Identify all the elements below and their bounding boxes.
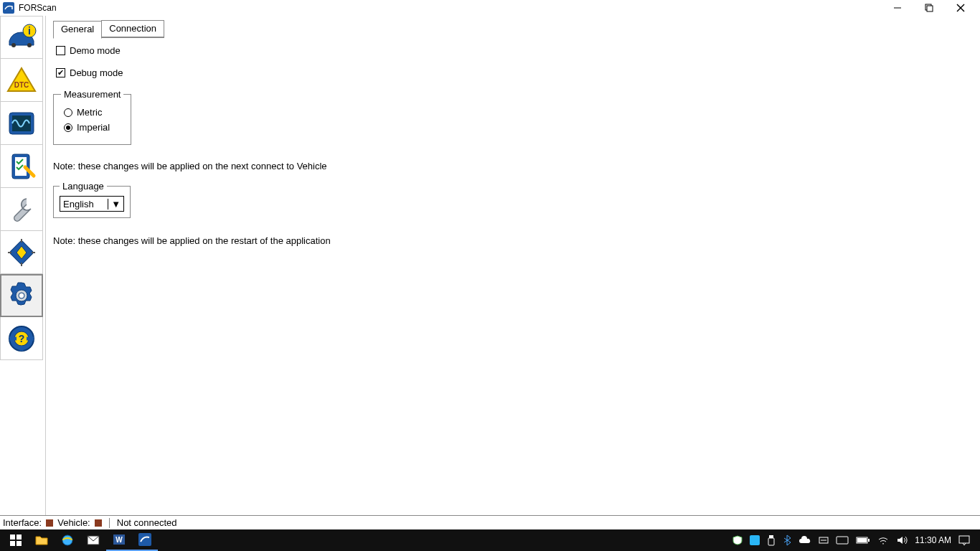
tray-volume-icon[interactable] <box>896 535 908 545</box>
ie-icon <box>61 534 74 547</box>
folder-icon <box>35 534 48 546</box>
close-button[interactable] <box>950 0 971 16</box>
svg-rect-41 <box>857 538 867 542</box>
radio-imperial-row[interactable]: Imperial <box>64 122 123 133</box>
sidebar: i DTC <box>0 16 46 515</box>
svg-point-28 <box>62 535 72 545</box>
svg-text:?: ? <box>19 333 25 344</box>
option-debug-mode[interactable]: ✔ Debug mode <box>56 67 973 78</box>
tray-battery-icon[interactable] <box>856 536 870 545</box>
tray-onedrive-icon[interactable] <box>798 536 811 545</box>
language-fieldset: Language English ▼ <box>53 186 131 218</box>
checkbox-demo[interactable] <box>56 46 65 55</box>
tray-bluetooth-icon[interactable] <box>783 534 791 546</box>
tray-usb-icon[interactable] <box>767 534 776 546</box>
sidebar-item-dtc[interactable]: DTC <box>0 59 43 102</box>
system-tray: 11:30 AM <box>732 534 977 546</box>
svg-rect-33 <box>750 535 760 545</box>
svg-rect-34 <box>769 535 773 538</box>
measurement-fieldset: Measurement Metric Imperial <box>53 94 131 145</box>
word-icon: W <box>113 533 126 546</box>
sidebar-item-tests[interactable] <box>0 145 43 188</box>
svg-rect-42 <box>959 536 969 543</box>
svg-rect-40 <box>868 539 870 542</box>
app-icon <box>3 2 14 14</box>
radio-imperial[interactable] <box>64 123 72 132</box>
start-button[interactable] <box>3 529 29 551</box>
tray-network-icon[interactable] <box>819 535 829 545</box>
note-connect: Note: these changes will be applied on t… <box>53 161 973 171</box>
language-legend: Language <box>60 181 107 192</box>
note-restart: Note: these changes will be applied on t… <box>53 235 973 246</box>
window-controls <box>887 0 977 16</box>
chip-icon <box>5 236 38 269</box>
steering-help-icon: ? <box>5 322 38 355</box>
taskbar-forscan[interactable] <box>132 529 158 551</box>
radio-metric-row[interactable]: Metric <box>64 107 123 118</box>
measurement-legend: Measurement <box>61 89 123 100</box>
metric-label: Metric <box>77 107 102 118</box>
tray-action-center-icon[interactable] <box>958 535 970 545</box>
interface-indicator-icon <box>46 519 53 527</box>
svg-rect-27 <box>17 541 22 546</box>
work-area: i DTC <box>0 16 980 515</box>
minimize-button[interactable] <box>887 0 908 16</box>
svg-text:DTC: DTC <box>14 81 29 89</box>
tab-connection[interactable]: Connection <box>101 20 164 38</box>
sidebar-item-chip[interactable] <box>0 231 43 274</box>
forscan-taskbar-icon <box>138 533 151 546</box>
tray-clock[interactable]: 11:30 AM <box>915 535 951 545</box>
sidebar-item-settings[interactable] <box>0 274 43 317</box>
sidebar-item-help[interactable]: ? <box>0 317 43 360</box>
taskbar-file-explorer[interactable] <box>29 529 55 551</box>
windows-icon <box>10 534 22 546</box>
content-pane: General Connection Demo mode ✔ Debug mod… <box>46 16 980 515</box>
status-connection: Not connected <box>117 517 177 528</box>
language-select[interactable]: English ▼ <box>60 196 124 212</box>
option-demo-mode[interactable]: Demo mode <box>56 45 973 56</box>
sidebar-item-live-data[interactable] <box>0 102 43 145</box>
svg-point-6 <box>27 43 32 47</box>
dtc-warning-icon: DTC <box>5 64 38 97</box>
gear-icon <box>5 279 38 312</box>
language-value: English <box>63 199 94 209</box>
sidebar-item-service[interactable] <box>0 188 43 231</box>
checkbox-debug[interactable]: ✔ <box>56 68 65 77</box>
taskbar-word[interactable]: W <box>106 529 132 551</box>
svg-point-5 <box>11 43 16 47</box>
maximize-button[interactable] <box>918 0 940 16</box>
mail-icon <box>87 535 100 545</box>
svg-rect-35 <box>768 538 774 545</box>
clipboard-check-icon <box>5 150 38 183</box>
tray-wifi-icon[interactable] <box>877 535 889 545</box>
tray-shield-icon[interactable] <box>732 535 743 545</box>
status-vehicle-label: Vehicle: <box>57 517 90 528</box>
title-bar: FORScan <box>0 0 980 16</box>
svg-rect-38 <box>837 537 848 544</box>
vehicle-indicator-icon <box>95 519 102 527</box>
oscilloscope-icon <box>5 107 38 140</box>
taskbar-mail[interactable] <box>80 529 106 551</box>
svg-rect-11 <box>12 116 31 131</box>
imperial-label: Imperial <box>77 122 110 133</box>
demo-mode-label: Demo mode <box>70 45 121 56</box>
tray-app-icon[interactable] <box>750 535 760 545</box>
windows-taskbar: W 11:30 AM <box>0 529 980 551</box>
svg-rect-25 <box>17 534 22 540</box>
dropdown-arrow-icon: ▼ <box>108 199 121 209</box>
sidebar-item-vehicle-info[interactable]: i <box>0 16 43 59</box>
tab-general[interactable]: General <box>53 21 102 39</box>
taskbar-ie[interactable] <box>55 529 80 551</box>
wrench-icon <box>5 193 38 226</box>
svg-rect-26 <box>10 541 15 546</box>
svg-point-20 <box>19 293 24 298</box>
car-info-icon: i <box>5 21 38 54</box>
status-bar: Interface: Vehicle: Not connected <box>0 515 980 529</box>
svg-text:W: W <box>116 536 123 544</box>
tab-bar: General Connection <box>53 20 973 38</box>
radio-metric[interactable] <box>64 108 72 117</box>
svg-text:i: i <box>28 25 31 37</box>
status-divider <box>109 518 110 528</box>
status-interface-label: Interface: <box>3 517 42 528</box>
tray-keyboard-icon[interactable] <box>836 536 849 545</box>
